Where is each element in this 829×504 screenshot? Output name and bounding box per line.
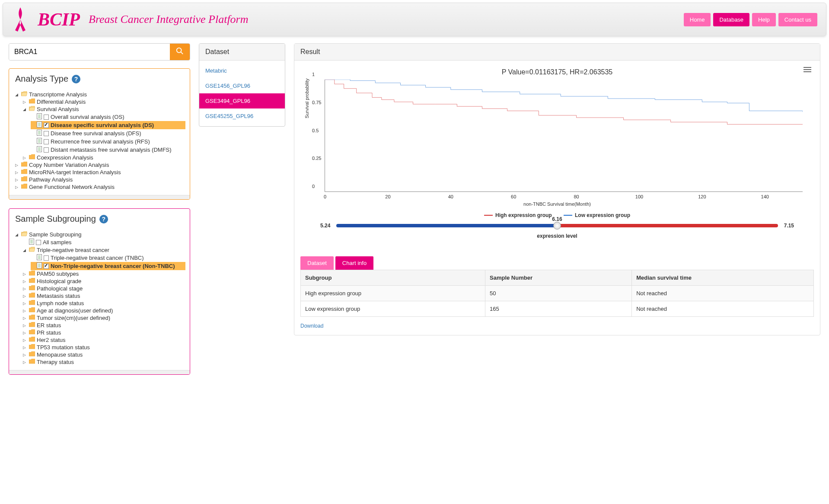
scroll-hint: [9, 370, 190, 374]
x-tick: 80: [574, 194, 579, 199]
folder-icon: [21, 91, 27, 98]
table-header: Sample Number: [485, 270, 632, 286]
tree-item[interactable]: ▷Pathological stage: [23, 285, 185, 292]
folder-icon: [29, 351, 35, 358]
dataset-item[interactable]: Metabric: [199, 63, 285, 78]
checkbox[interactable]: [44, 264, 49, 269]
search-icon: [176, 47, 184, 55]
tree-item[interactable]: ▷Age at diagnosis(user defined): [23, 307, 185, 314]
tree-survival-item[interactable]: Disease free survival analysis (DFS): [31, 129, 185, 137]
tree-item[interactable]: ▷Gene Functional Network Analysis: [15, 183, 185, 191]
tree-item[interactable]: ▷PR status: [23, 329, 185, 336]
tree-tnbc-item[interactable]: Triple-negative breast cancer (TNBC): [31, 254, 185, 262]
tree-item[interactable]: ▷TP53 mutation status: [23, 344, 185, 351]
download-link[interactable]: Download: [294, 317, 329, 335]
tree-item[interactable]: ▷Lymph node status: [23, 300, 185, 307]
tree-item[interactable]: ▷PAM50 subtypes: [23, 270, 185, 278]
checkbox[interactable]: [44, 131, 49, 136]
folder-icon: [21, 231, 27, 238]
checkbox[interactable]: [36, 240, 41, 245]
help-icon[interactable]: ?: [72, 75, 80, 83]
tree-label: Recurrence free survival analysis (RFS): [51, 138, 150, 145]
table-header: Median survival time: [632, 270, 814, 286]
dataset-item[interactable]: GSE45255_GPL96: [199, 108, 285, 124]
search-button[interactable]: [170, 44, 190, 60]
y-axis-label: Survival probability: [304, 78, 309, 118]
tree-item[interactable]: ▷Metastasis status: [23, 292, 185, 300]
slider-track[interactable]: 6.16: [336, 224, 778, 227]
tree-tnbc-item[interactable]: Non-Triple-negative breast cancer (Non-T…: [31, 262, 185, 270]
file-icon: [37, 130, 42, 137]
toggle-icon: ◢: [15, 93, 19, 97]
header: BCIP Breast Cancer Integrative Platform …: [3, 3, 826, 36]
tree-item[interactable]: ▷Tumor size(cm)(user defined): [23, 314, 185, 322]
tree-label: Disease free survival analysis (DFS): [51, 130, 141, 137]
nav-contact-us[interactable]: Contact us: [778, 13, 817, 26]
slider-thumb[interactable]: [553, 222, 561, 230]
tree-label: Pathological stage: [37, 285, 83, 292]
nav-database[interactable]: Database: [713, 13, 749, 26]
analysis-title-row: Analysis Type ?: [9, 69, 190, 89]
folder-icon: [29, 344, 35, 351]
search-input[interactable]: [9, 44, 170, 60]
tab-chart-info[interactable]: Chart info: [335, 256, 373, 270]
x-tick: 20: [385, 194, 390, 199]
folder-icon: [29, 359, 35, 365]
nav-help[interactable]: Help: [752, 13, 776, 26]
folder-icon: [21, 162, 27, 168]
tree-item[interactable]: ▷Pathway Analysis: [15, 176, 185, 183]
checkbox[interactable]: [44, 255, 49, 261]
x-tick: 120: [698, 194, 706, 199]
help-icon[interactable]: ?: [99, 215, 108, 223]
tree-survival-item[interactable]: Recurrence free survival analysis (RFS): [31, 137, 185, 146]
dataset-panel: Dataset MetabricGSE1456_GPL96GSE3494_GPL…: [199, 43, 285, 127]
analysis-panel: Analysis Type ? ◢Transcriptome Analysis▷…: [9, 68, 190, 200]
tree-label: Non-Triple-negative breast cancer (Non-T…: [51, 263, 175, 269]
tree-survival-item[interactable]: Distant metastasis free survival analysi…: [31, 146, 185, 154]
search-box: [9, 43, 190, 61]
tree-label: PR status: [37, 329, 61, 336]
checkbox[interactable]: [44, 139, 49, 144]
tree-item[interactable]: ▷Therapy status: [23, 358, 185, 366]
tree-label: TP53 mutation status: [37, 344, 90, 351]
tree-all-samples[interactable]: All samples: [23, 238, 185, 246]
nav: HomeDatabaseHelpContact us: [684, 13, 817, 26]
subgroup-title-row: Sample Subgrouping ?: [9, 209, 190, 229]
toggle-icon: ▷: [23, 287, 27, 291]
checkbox[interactable]: [44, 123, 49, 128]
toggle-icon: ▷: [23, 353, 27, 357]
tree-item[interactable]: ▷Her2 status: [23, 336, 185, 344]
checkbox[interactable]: [44, 115, 49, 120]
nav-home[interactable]: Home: [684, 13, 711, 26]
tree-item[interactable]: ▷Menopause status: [23, 351, 185, 358]
toggle-icon: ▷: [23, 345, 27, 350]
tree-survival-item[interactable]: Overall survival analysis (OS): [31, 113, 185, 121]
file-icon: [37, 254, 42, 262]
chart-area: Survival probability 00.250.50.751020406…: [325, 80, 803, 192]
chart-menu-icon[interactable]: [803, 67, 811, 74]
tree-item[interactable]: ▷Histological grade: [23, 278, 185, 285]
tree-transcriptome[interactable]: ◢Transcriptome Analysis: [15, 91, 185, 98]
folder-icon: [29, 337, 35, 343]
tree-subgroup-root[interactable]: ◢Sample Subgrouping: [15, 231, 185, 238]
tree-label: Triple-negative breast cancer (TNBC): [51, 255, 144, 261]
tree-coexpr[interactable]: ▷Coexpression Analysis: [23, 154, 185, 161]
tree-label: Tumor size(cm)(user defined): [37, 315, 110, 321]
subgroup-panel: Sample Subgrouping ? ◢Sample Subgrouping…: [9, 208, 190, 375]
tree-differential[interactable]: ▷Differential Analysis: [23, 98, 185, 105]
chart-title: P Value=0.01163175, HR=2.063535: [303, 65, 811, 80]
dataset-title: Dataset: [199, 44, 285, 61]
tree-item[interactable]: ▷MicroRNA-target Interaction Analysis: [15, 169, 185, 176]
tree-label: Disease specific survival analysis (DS): [51, 122, 154, 128]
folder-icon: [21, 184, 27, 190]
tree-tnbc[interactable]: ◢Triple-negative breast cancer: [23, 246, 185, 254]
tab-dataset[interactable]: Dataset: [300, 256, 334, 270]
dataset-item[interactable]: GSE3494_GPL96: [199, 93, 285, 108]
tree-item[interactable]: ▷ER status: [23, 322, 185, 329]
subgroup-tree: ◢Sample SubgroupingAll samples◢Triple-ne…: [9, 229, 190, 370]
checkbox[interactable]: [44, 147, 49, 153]
tree-survival-item[interactable]: Disease specific survival analysis (DS): [31, 121, 185, 129]
dataset-item[interactable]: GSE1456_GPL96: [199, 78, 285, 93]
tree-survival[interactable]: ◢Survival Analysis: [23, 105, 185, 113]
tree-item[interactable]: ▷Copy Number Variation Analysis: [15, 161, 185, 169]
